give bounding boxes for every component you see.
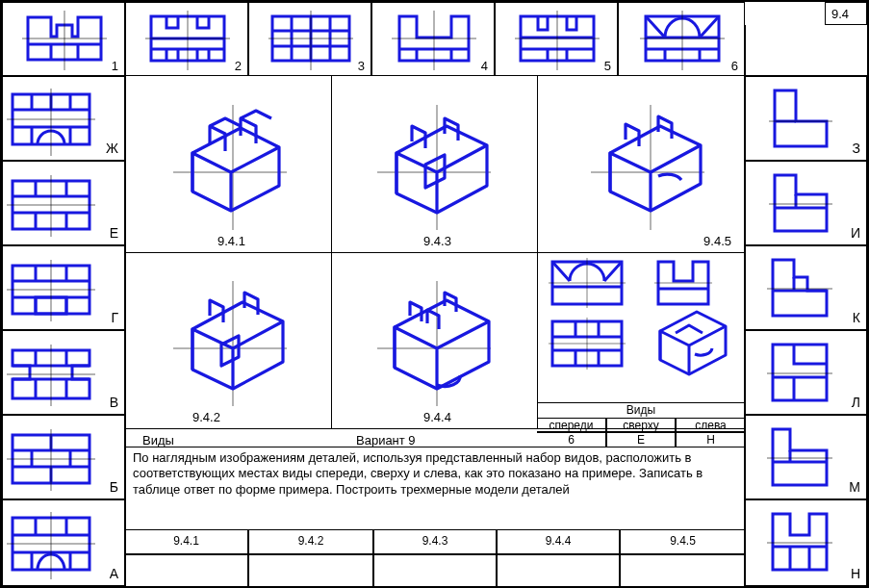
left-view-zh-letter: Ж	[106, 141, 118, 156]
drawing-sheet: 9.4 1	[0, 0, 869, 588]
iso-4-label: 9.4.4	[423, 410, 451, 424]
left-view-a-letter: А	[110, 566, 118, 581]
iso-4-svg	[331, 252, 537, 428]
left-view-e-svg	[3, 162, 126, 246]
top-view-4: 4	[371, 2, 495, 76]
iso-4: 9.4.4	[331, 252, 537, 428]
top-view-2-num: 2	[235, 59, 242, 73]
right-view-l-svg	[746, 331, 868, 416]
answer-col-5: 9.4.5	[620, 529, 745, 554]
left-view-a-svg	[3, 500, 126, 587]
left-view-g-svg	[3, 246, 126, 331]
left-view-b: Б	[2, 415, 125, 499]
answer-cell-2[interactable]	[248, 554, 373, 586]
top-view-6-svg	[619, 3, 746, 77]
answer-col-4: 9.4.4	[497, 529, 620, 554]
right-view-z-letter: З	[853, 141, 860, 156]
iso-2: 9.4.2	[125, 252, 331, 428]
top-view-3-svg	[249, 3, 372, 77]
answer-cell-5[interactable]	[620, 554, 745, 586]
left-view-e-letter: Е	[110, 225, 118, 241]
views-ex-left: Н	[676, 432, 745, 447]
right-view-i: И	[745, 161, 867, 245]
answer-col-1: 9.4.1	[125, 529, 248, 554]
top-view-6-num: 6	[731, 59, 738, 73]
iso-5-svg	[537, 76, 745, 252]
top-view-6: 6	[618, 2, 745, 76]
variant-label: Вариант 9	[356, 433, 416, 447]
answer-cell-3[interactable]	[373, 554, 497, 586]
left-view-v-svg	[3, 331, 126, 416]
right-view-z-svg	[746, 77, 868, 162]
left-view-v: В	[2, 330, 125, 415]
answer-cell-1[interactable]	[125, 554, 248, 586]
top-view-3: 3	[248, 2, 371, 76]
iso-5: 9.4.5	[537, 76, 745, 252]
iso-1-label: 9.4.1	[217, 234, 245, 248]
corner-filler	[745, 25, 867, 76]
top-view-2-svg	[126, 3, 249, 77]
iso-5-label: 9.4.5	[703, 234, 731, 248]
right-view-k: К	[745, 245, 867, 330]
top-view-5-num: 5	[604, 59, 611, 73]
views-table-title: Виды	[537, 403, 745, 418]
task-body: По наглядным изображениям деталей, испол…	[133, 450, 739, 522]
iso-1: 9.4.1	[125, 76, 331, 252]
right-view-l: Л	[745, 330, 867, 415]
left-view-b-letter: Б	[110, 479, 118, 495]
right-view-k-svg	[746, 246, 868, 331]
top-view-2: 2	[125, 2, 248, 76]
title-underline	[125, 447, 745, 447]
views-hdr-left: слева	[676, 418, 745, 432]
answer-col-3: 9.4.3	[373, 529, 497, 554]
right-view-i-svg	[746, 162, 868, 246]
right-view-m-letter: М	[849, 479, 860, 495]
top-view-4-svg	[372, 3, 496, 77]
right-view-i-letter: И	[851, 225, 860, 241]
top-view-1-svg	[3, 3, 126, 77]
left-view-g: Г	[2, 245, 125, 330]
top-view-1-num: 1	[112, 59, 118, 73]
left-view-a: А	[2, 499, 125, 586]
answer-cell-4[interactable]	[497, 554, 620, 586]
top-view-5-svg	[496, 3, 619, 77]
top-view-1: 1	[2, 2, 125, 76]
iso-2-svg	[125, 252, 331, 428]
iso-3-svg	[331, 76, 537, 252]
right-view-z: З	[745, 76, 867, 161]
views-ex-front: 6	[537, 432, 606, 447]
left-view-b-svg	[3, 416, 126, 500]
left-view-e: Е	[2, 161, 125, 245]
iso-3: 9.4.3	[331, 76, 537, 252]
views-table: Виды спереди сверху слева 6 Е Н	[537, 402, 745, 447]
right-view-l-letter: Л	[852, 395, 860, 410]
right-view-n-letter: Н	[851, 566, 860, 581]
top-view-3-num: 3	[358, 59, 365, 73]
left-view-v-letter: В	[110, 395, 118, 410]
right-view-n: Н	[745, 499, 867, 586]
answer-col-2: 9.4.2	[248, 529, 373, 554]
views-hdr-front: спереди	[537, 418, 606, 432]
right-view-k-letter: К	[853, 310, 860, 325]
left-view-g-letter: Г	[111, 310, 118, 325]
views-ex-top: Е	[606, 432, 676, 447]
iso-2-label: 9.4.2	[192, 410, 220, 424]
top-view-4-num: 4	[481, 59, 488, 73]
task-title: Виды	[142, 433, 174, 447]
page-number: 9.4	[825, 2, 867, 25]
views-hdr-top: сверху	[606, 418, 676, 432]
iso-3-label: 9.4.3	[423, 234, 451, 248]
example-views-svg	[537, 252, 745, 387]
top-view-5: 5	[495, 2, 618, 76]
right-view-m: М	[745, 415, 867, 499]
left-view-zh: Ж	[2, 76, 125, 161]
iso-1-svg	[125, 76, 331, 252]
task-title-row: Виды Вариант 9	[135, 433, 539, 450]
